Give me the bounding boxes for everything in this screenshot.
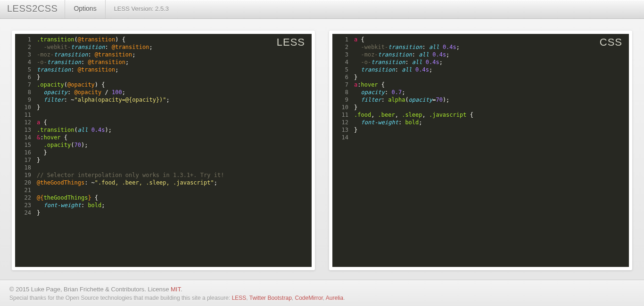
footer-link-twitter-bootstrap[interactable]: Twitter Bootstrap	[249, 295, 292, 301]
footer-copyright: © 2015 Luke Page, Brian Frichette & Cont…	[9, 286, 635, 293]
footer-period: .	[181, 286, 182, 293]
less-editor[interactable]: LESS 12345678910111213141516171819202122…	[15, 34, 312, 267]
less-version-label: LESS Version: 2.5.3	[106, 0, 177, 18]
license-link[interactable]: MIT	[171, 286, 181, 293]
less-code[interactable]: .transition(@transition) { -webkit-trans…	[34, 34, 312, 267]
footer-link-codemirror[interactable]: CodeMirror	[295, 295, 322, 301]
css-gutter: 1234567891011121314	[332, 34, 351, 267]
css-editor[interactable]: CSS 1234567891011121314 a { -webkit-tran…	[332, 34, 629, 267]
workspace: LESS 12345678910111213141516171819202122…	[0, 19, 644, 280]
footer-link-less[interactable]: LESS	[232, 295, 247, 301]
less-panel: LESS 12345678910111213141516171819202122…	[12, 31, 315, 270]
footer-thanks: Special thanks for the Open Source techn…	[9, 295, 635, 301]
footer-thanks-text: Special thanks for the Open Source techn…	[9, 295, 232, 301]
options-menu[interactable]: Options	[65, 0, 105, 18]
footer-link-aurelia[interactable]: Aurelia	[326, 295, 343, 301]
less-gutter: 123456789101112131415161718192021222324	[15, 34, 34, 267]
navbar: LESS2CSS Options LESS Version: 2.5.3	[0, 0, 644, 19]
footer: © 2015 Luke Page, Brian Frichette & Cont…	[0, 280, 644, 306]
brand[interactable]: LESS2CSS	[0, 0, 65, 18]
css-panel: CSS 1234567891011121314 a { -webkit-tran…	[329, 31, 632, 270]
footer-copyright-text: © 2015 Luke Page, Brian Frichette & Cont…	[9, 286, 171, 293]
css-code[interactable]: a { -webkit-transition: all 0.4s; -moz-t…	[351, 34, 629, 267]
